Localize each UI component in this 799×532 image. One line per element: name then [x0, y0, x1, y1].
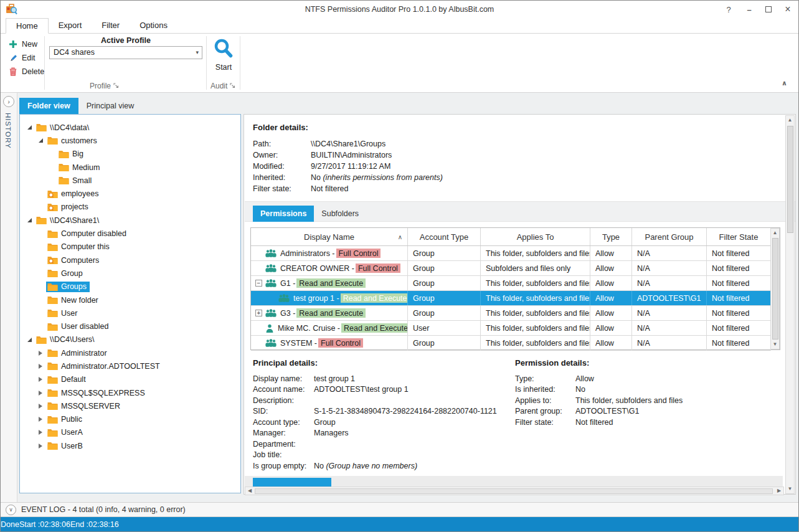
detail-value: Group [314, 418, 336, 427]
table-row[interactable]: −G1 - Read and ExecuteGroupThis folder, … [251, 276, 771, 291]
close-button[interactable]: × [783, 4, 792, 15]
tree-item[interactable]: Default [20, 373, 240, 386]
collapse-node-icon[interactable] [24, 125, 35, 130]
tree-item[interactable]: New folder [20, 293, 240, 306]
tab-principal-view[interactable]: Principal view [78, 98, 142, 114]
table-row[interactable]: +G3 - Read and ExecuteGroupThis folder, … [251, 306, 771, 321]
column-header[interactable]: Applies To [481, 228, 590, 245]
collapse-node-icon[interactable] [35, 138, 46, 143]
collapse-node-icon[interactable] [24, 218, 35, 222]
collapse-row-icon[interactable]: − [255, 280, 262, 287]
horizontal-scrollbar[interactable]: ◀ ▶ [245, 487, 784, 495]
tree-item[interactable]: MSSQL$SQLEXPRESS [20, 386, 240, 399]
folder-tree: \\DC4\data\customersBigMediumSmallemploy… [20, 115, 240, 452]
group-icon [265, 264, 277, 272]
scrollbar-thumb[interactable] [787, 126, 793, 233]
tree-item[interactable]: \\DC4\Users\ [20, 333, 240, 346]
tab-subfolders[interactable]: Subfolders [314, 206, 366, 222]
scroll-right-icon[interactable]: ▶ [775, 487, 783, 495]
ribbon-tab-export[interactable]: Export [49, 18, 92, 34]
folder-icon [47, 283, 58, 291]
table-row[interactable]: CREATOR OWNER - Full ControlGroupSubfold… [251, 261, 771, 276]
tree-item[interactable]: UserA [20, 426, 240, 439]
scrollbar-thumb[interactable] [772, 238, 778, 340]
tree-item[interactable]: \\DC4\data\ [20, 121, 240, 134]
collapse-node-icon[interactable] [24, 338, 35, 342]
scroll-down-icon[interactable]: ▼ [771, 340, 779, 349]
help-button[interactable]: ? [724, 5, 733, 14]
tree-item[interactable]: Medium [20, 161, 240, 174]
tree-item[interactable]: UserB [20, 439, 240, 452]
start-audit-button[interactable]: Start [208, 36, 239, 83]
expand-event-log-icon[interactable]: ∨ [6, 505, 16, 515]
table-row[interactable]: test group 1 - Read and ExecuteGroupThis… [251, 291, 771, 306]
expand-history-icon[interactable]: › [3, 96, 14, 107]
principal-name: SYSTEM - [280, 339, 317, 348]
detail-label: Account type: [253, 418, 314, 427]
tree-item[interactable]: Administrator.ADTOOLTEST [20, 359, 240, 373]
tree-item[interactable]: Group [20, 267, 240, 280]
dialog-launcher-icon[interactable] [230, 82, 235, 90]
column-header[interactable]: Filter State [707, 228, 771, 245]
tree-item[interactable]: Groups [20, 280, 240, 293]
tree-item[interactable]: customers [20, 134, 240, 147]
expand-node-icon[interactable] [35, 351, 46, 356]
maximize-button[interactable] [765, 6, 772, 12]
tree-item[interactable]: User [20, 306, 240, 320]
table-row[interactable]: Administrators - Full ControlGroupThis f… [251, 246, 771, 261]
tree-item[interactable]: Computers [20, 254, 240, 267]
tree-item-content: User [46, 308, 80, 318]
active-profile-combobox[interactable]: DC4 shares ▾ [49, 46, 202, 59]
tree-item[interactable]: User disabled [20, 320, 240, 333]
expand-node-icon[interactable] [35, 391, 46, 396]
expand-node-icon[interactable] [35, 417, 46, 422]
delete-profile-button[interactable]: Delete [6, 65, 47, 78]
expand-node-icon[interactable] [35, 377, 46, 382]
history-panel-label[interactable]: HISTORY [4, 113, 12, 149]
dialog-launcher-icon[interactable] [113, 82, 119, 90]
column-header[interactable]: Account Type [408, 228, 481, 245]
ribbon-tab-filter[interactable]: Filter [92, 18, 130, 34]
tree-item[interactable]: projects [20, 201, 240, 214]
ribbon-tab-options[interactable]: Options [130, 18, 177, 34]
panel-vertical-scrollbar[interactable]: ▲ ▼ [785, 115, 795, 494]
table-vertical-scrollbar[interactable]: ▲ ▼ [770, 228, 780, 349]
scroll-left-icon[interactable]: ◀ [245, 487, 254, 495]
tree-item[interactable]: MSSQLSERVER [20, 399, 240, 412]
ribbon-tab-home[interactable]: Home [6, 18, 49, 34]
expand-node-icon[interactable] [35, 444, 46, 449]
tree-item[interactable]: Computer this [20, 240, 240, 254]
table-row[interactable]: SYSTEM - Full ControlGroupThis folder, s… [251, 336, 771, 351]
table-row[interactable]: Mike MC. Cruise - Read and ExecuteUserTh… [251, 321, 771, 336]
expand-row-icon[interactable]: + [255, 310, 262, 316]
expand-node-icon[interactable] [35, 430, 46, 435]
scroll-down-icon[interactable]: ▼ [786, 485, 794, 493]
tab-permissions[interactable]: Permissions [253, 206, 314, 222]
applies-to-cell: This folder, subfolders and files [481, 336, 590, 350]
tree-item[interactable]: Computer disabled [20, 227, 240, 240]
tree-item[interactable]: Big [20, 148, 240, 161]
expand-node-icon[interactable] [35, 364, 46, 369]
edit-profile-button[interactable]: Edit [6, 51, 47, 65]
tree-item-content: \\DC4\Share1\ [35, 215, 102, 226]
tree-item[interactable]: \\DC4\Share1\ [20, 214, 240, 227]
minimize-button[interactable]: – [745, 5, 754, 14]
expand-node-icon[interactable] [35, 404, 46, 409]
clipped-tab[interactable] [253, 478, 331, 487]
tree-item-label: Public [61, 415, 82, 424]
tree-item[interactable]: Public [20, 413, 240, 426]
scroll-up-icon[interactable]: ▲ [771, 229, 779, 237]
scroll-up-icon[interactable]: ▲ [786, 116, 794, 125]
folder-icon [47, 230, 58, 238]
column-header[interactable]: Type [590, 228, 632, 245]
column-header[interactable]: Display Name∧ [251, 228, 408, 245]
tree-item[interactable]: Small [20, 174, 240, 187]
scrollbar-thumb[interactable] [255, 488, 773, 494]
tree-item[interactable]: Administrator [20, 346, 240, 359]
tree-item[interactable]: employees [20, 187, 240, 200]
collapse-ribbon-icon[interactable]: ∧ [782, 79, 787, 87]
tab-folder-view[interactable]: Folder view [19, 98, 78, 114]
parent-group-cell: N/A [632, 261, 707, 275]
new-profile-button[interactable]: New [6, 37, 47, 51]
column-header[interactable]: Parent Group [632, 228, 707, 245]
